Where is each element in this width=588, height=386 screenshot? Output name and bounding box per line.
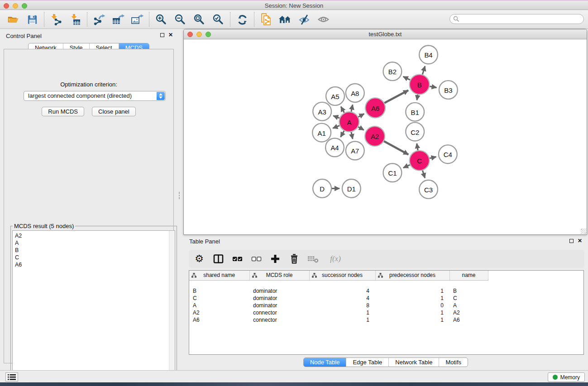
deselect-all-button[interactable]	[250, 252, 262, 266]
edge-B-B3[interactable]	[430, 86, 436, 88]
create-column-button[interactable]	[269, 252, 281, 266]
cell-mcds-role[interactable]: connector	[249, 309, 309, 316]
cell-shared-name[interactable]: A2	[189, 309, 249, 316]
scrollbar[interactable]	[169, 231, 175, 380]
cell-predecessor-nodes[interactable]: 0	[375, 302, 449, 309]
import-table-button[interactable]	[66, 11, 85, 28]
graph-node-C4[interactable]: C4	[439, 145, 457, 163]
table-row[interactable]: C dominator 4 1 C	[189, 295, 488, 302]
graph-node-A3[interactable]: A3	[313, 102, 331, 121]
graph-node-C[interactable]: C	[410, 151, 430, 171]
cell-mcds-role[interactable]: dominator	[249, 287, 309, 295]
table-row[interactable]: A dominator 8 0 A	[189, 302, 488, 309]
optimization-criterion-select[interactable]: largest connected component (directed)	[24, 91, 166, 101]
tab-edge-table[interactable]: Edge Table	[346, 358, 388, 367]
cell-successor-nodes[interactable]: 8	[309, 302, 375, 309]
memory-button[interactable]: Memory	[548, 372, 585, 382]
close-panel-button[interactable]: Close panel	[92, 107, 136, 116]
graph-node-B2[interactable]: B2	[383, 62, 402, 81]
edge-C-C3[interactable]	[422, 171, 425, 178]
graph-node-C1[interactable]: C1	[383, 163, 402, 182]
edge-C-C4[interactable]	[430, 157, 436, 158]
tab-node-table[interactable]: Node Table	[304, 358, 346, 367]
task-history-button[interactable]	[5, 372, 18, 381]
import-network-button[interactable]	[47, 11, 66, 28]
open-file-button[interactable]	[4, 11, 23, 28]
graph-node-A2[interactable]: A2	[365, 126, 385, 146]
close-panel-icon[interactable]: ✕	[578, 238, 582, 244]
graph-node-B3[interactable]: B3	[439, 81, 458, 99]
graph-node-A1[interactable]: A1	[312, 124, 331, 142]
network-canvas[interactable]: AA1A2A3A4A5A6A7A8BB1B2B3B4CC1C2C3C4DD1	[184, 39, 587, 234]
cell-name[interactable]: A6	[449, 316, 488, 324]
close-panel-icon[interactable]: ✕	[168, 32, 173, 38]
tab-motifs[interactable]: Motifs	[439, 358, 468, 367]
column-header-name[interactable]: name	[449, 271, 488, 280]
table-row[interactable]: A2 connector 1 1 A2	[189, 309, 488, 316]
home-button[interactable]	[276, 11, 295, 28]
graph-node-A7[interactable]: A7	[346, 141, 364, 160]
graph-node-A4[interactable]: A4	[325, 138, 344, 157]
delete-column-button[interactable]	[288, 252, 300, 266]
cell-predecessor-nodes[interactable]: 1	[375, 309, 449, 316]
list-item[interactable]: B	[13, 247, 175, 254]
run-mcds-button[interactable]: Run MCDS	[42, 107, 84, 116]
cell-shared-name[interactable]: A	[189, 302, 249, 309]
edge-A-A1[interactable]	[333, 126, 339, 129]
vertical-splitter-handle[interactable]	[179, 192, 182, 199]
cell-name[interactable]: A2	[449, 309, 488, 316]
cell-mcds-role[interactable]: dominator	[249, 295, 309, 302]
edge-A-A5[interactable]	[341, 107, 344, 113]
cell-predecessor-nodes[interactable]: 1	[375, 295, 449, 302]
export-table-button[interactable]	[109, 11, 128, 28]
cell-shared-name[interactable]: C	[189, 295, 249, 302]
graph-node-A8[interactable]: A8	[346, 84, 364, 102]
zoom-fit-button[interactable]	[190, 11, 209, 28]
show-hide-button[interactable]	[314, 11, 333, 28]
column-header-shared-name[interactable]: shared name	[189, 271, 249, 280]
edge-C-C2[interactable]	[417, 143, 418, 150]
cell-shared-name[interactable]: B	[189, 287, 249, 295]
graph-node-A6[interactable]: A6	[365, 98, 385, 118]
edge-B-B2[interactable]	[403, 76, 410, 80]
edge-A-A6[interactable]	[359, 114, 364, 117]
cell-predecessor-nodes[interactable]: 1	[375, 316, 449, 324]
edge-A-A8[interactable]	[351, 105, 353, 111]
network-window-titlebar[interactable]: testGlobe.txt	[184, 29, 587, 39]
graph-node-B[interactable]: B	[410, 75, 430, 95]
cell-name[interactable]: B	[449, 287, 488, 295]
graph-node-A[interactable]: A	[339, 112, 359, 132]
cell-shared-name[interactable]: A6	[189, 316, 249, 324]
list-item[interactable]: C	[13, 254, 175, 261]
graph-node-C3[interactable]: C3	[419, 180, 438, 199]
graph-node-D1[interactable]: D1	[342, 179, 361, 198]
edge-A6-B[interactable]	[384, 91, 408, 103]
edge-B-B1[interactable]	[417, 95, 418, 100]
column-header-mcds-role[interactable]: MCDS role	[249, 271, 309, 280]
graph-node-B1[interactable]: B1	[406, 103, 424, 121]
cell-name[interactable]: C	[449, 295, 488, 302]
zoom-selected-button[interactable]	[209, 11, 228, 28]
toggle-graphics-details-button[interactable]	[295, 11, 314, 28]
table-row[interactable]: A6 connector 1 1 A6	[189, 316, 488, 324]
cell-predecessor-nodes[interactable]: 1	[375, 287, 449, 295]
zoom-out-button[interactable]	[171, 11, 190, 28]
edge-C-C1[interactable]	[403, 165, 410, 168]
cell-mcds-role[interactable]: connector	[249, 316, 309, 324]
delete-table-button[interactable]	[307, 252, 319, 266]
zoom-in-button[interactable]	[152, 11, 171, 28]
cell-successor-nodes[interactable]: 1	[309, 316, 375, 324]
edge-A-A3[interactable]	[333, 116, 339, 118]
new-network-from-file-button[interactable]	[257, 11, 276, 28]
float-panel-icon[interactable]	[160, 33, 164, 37]
function-builder-button[interactable]: f(x)	[326, 252, 344, 266]
export-image-button[interactable]	[128, 11, 147, 28]
edge-A2-C[interactable]	[384, 141, 408, 154]
graph-node-C2[interactable]: C2	[406, 123, 424, 141]
cell-name[interactable]: A	[449, 302, 488, 309]
edge-A-A2[interactable]	[358, 127, 363, 130]
export-network-button[interactable]	[90, 11, 109, 28]
cell-successor-nodes[interactable]: 4	[309, 295, 375, 302]
table-settings-button[interactable]: ⚙	[193, 252, 205, 266]
graph-node-D[interactable]: D	[313, 179, 331, 198]
